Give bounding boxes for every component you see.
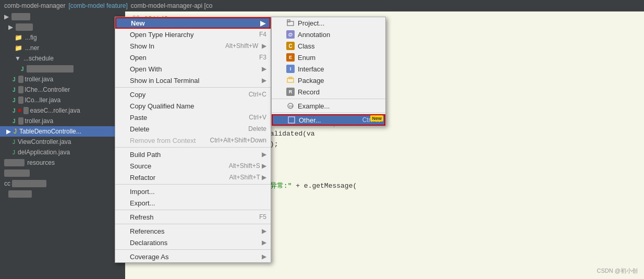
tree-item-src[interactable]: ▶ src/ma [0, 11, 125, 22]
shortcut: ▶ [262, 253, 266, 260]
enum-icon: E [286, 53, 295, 62]
menu-item-source[interactable]: Source Alt+Shift+S ▶ [115, 160, 271, 172]
shortcut: Delete [248, 125, 266, 132]
menu-item-export[interactable]: Export... [115, 197, 271, 209]
shortcut: Alt+Shift+T ▶ [229, 174, 266, 181]
annotation-icon: @ [286, 30, 295, 39]
submenu-label: Class [298, 42, 315, 50]
submenu-item-example[interactable]: ex Example... [272, 100, 385, 112]
menu-item-show-terminal[interactable]: Show in Local Terminal ▶ [115, 75, 271, 86]
tree-item-model[interactable]: ▶ ...odel [0, 22, 125, 32]
shortcut: Alt+Shift+W ▶ [225, 42, 266, 50]
tree-item-ctrl2[interactable]: J ... lChe...Controller [0, 84, 125, 95]
project-name: comb-model-manager [4, 2, 65, 9]
menu-label: Coverage As [130, 253, 168, 261]
tree-item-elcheck[interactable]: J ...elCheckSche... [0, 64, 125, 74]
submenu-sep1 [272, 99, 385, 99]
new-badge: New [370, 115, 383, 122]
tree-item-ctrl4[interactable]: J ✖ ... easeC...roller.java [0, 105, 125, 116]
menu-label: Open [130, 54, 147, 62]
package-icon [286, 76, 295, 84]
menu-item-open[interactable]: Open F3 [115, 52, 271, 63]
submenu-label: Annotation [298, 31, 330, 39]
tree-item-ctrl5[interactable]: J ... troller.java [0, 116, 125, 126]
menu-label: Open With [130, 65, 162, 73]
menu-sep1 [115, 87, 271, 88]
submenu-item-class[interactable]: C Class [272, 40, 385, 52]
menu-label: Delete [130, 125, 150, 133]
shortcut: Ctrl+C [249, 91, 266, 98]
menu-label: Remove from Context [130, 137, 196, 144]
menu-item-show-in[interactable]: Show In Alt+Shift+W ▶ [115, 40, 271, 52]
svg-rect-6 [288, 117, 295, 123]
tree-item-fig[interactable]: 📁 ...fig [0, 32, 125, 43]
context-menu: New ▶ Open Type Hierarchy F4 Show In Alt… [115, 17, 271, 263]
shortcut: ▶ [262, 151, 266, 158]
menu-sep4 [115, 210, 271, 210]
tree-item-ctrl1[interactable]: J ... troller.java [0, 74, 125, 84]
shortcut: ▶ [262, 65, 266, 72]
shortcut: ▶ [262, 77, 266, 84]
menu-label: Paste [130, 114, 147, 122]
menu-label: Open Type Hierarchy [130, 31, 194, 39]
menu-label: Source [130, 162, 151, 170]
svg-rect-1 [287, 20, 290, 22]
class-icon: C [286, 42, 295, 50]
menu-item-paste[interactable]: Paste Ctrl+V [115, 112, 271, 123]
file-tree: ▶ src/ma ▶ ...odel 📁 ...fig 📁 ...ner ▼ .… [0, 11, 125, 279]
menu-label: Declarations [130, 239, 167, 247]
menu-label: Show In [130, 42, 154, 50]
shortcut: F4 [259, 31, 266, 38]
tree-item-schedule[interactable]: ▼ ...schedule [0, 53, 125, 64]
menu-item-delete[interactable]: Delete Delete [115, 123, 271, 135]
menu-item-coverage[interactable]: Coverage As ▶ [115, 251, 271, 262]
shortcut: ▶ [262, 227, 266, 235]
tree-item-delapplication[interactable]: J delApplication.java [0, 147, 125, 157]
menu-item-open-type[interactable]: Open Type Hierarchy F4 [115, 29, 271, 40]
submenu-item-package[interactable]: Package [272, 75, 385, 86]
menu-item-declarations[interactable]: Declarations ▶ [115, 237, 271, 248]
menu-item-copy-qualified[interactable]: Copy Qualified Name [115, 100, 271, 112]
submenu-item-annotation[interactable]: @ Annotation [272, 29, 385, 40]
shortcut: Alt+Shift+S ▶ [229, 162, 266, 169]
tree-item-sche[interactable]: ...sche... [0, 189, 125, 199]
menu-item-new[interactable]: New ▶ [115, 17, 271, 29]
submenu-item-record[interactable]: R Record [272, 86, 385, 98]
tree-item-ner[interactable]: 📁 ...ner [0, 43, 125, 53]
tree-item-viewcontroller[interactable]: J ViewController.java [0, 137, 125, 147]
menu-label: Import... [130, 188, 155, 196]
tree-item-ctrl3[interactable]: J ... lCo...ller.java [0, 95, 125, 105]
menu-label: Refactor [130, 174, 155, 181]
submenu-item-enum[interactable]: E Enum [272, 52, 385, 63]
tree-item-src-java[interactable]: sr...t/...va [0, 168, 125, 178]
menu-label: Show in Local Terminal [130, 77, 199, 84]
submenu-sep2 [272, 113, 385, 113]
menu-label: Build Path [130, 151, 161, 159]
menu-item-open-with[interactable]: Open With ▶ [115, 63, 271, 75]
menu-item-remove-context[interactable]: Remove from Context Ctrl+Alt+Shift+Down [115, 135, 271, 146]
submenu-item-other[interactable]: Other... Ctrl+N New [272, 114, 385, 126]
menu-item-copy[interactable]: Copy Ctrl+C [115, 89, 271, 100]
top-bar: comb-model-manager [comb-model feature] … [0, 0, 644, 11]
menu-label: Copy Qualified Name [130, 102, 195, 110]
tree-item-tabledemo[interactable]: ▶ J TableDemoControlle... [0, 126, 125, 137]
tree-item-cc-model[interactable]: cc ...mb.model. [0, 178, 125, 189]
submenu-new: Project... @ Annotation C Class E Enum I… [271, 17, 386, 126]
interface-icon: I [286, 65, 295, 73]
submenu-label: Project... [298, 19, 324, 27]
submenu-item-interface[interactable]: I Interface [272, 63, 385, 75]
menu-item-build-path[interactable]: Build Path ▶ [115, 149, 271, 160]
menu-item-import[interactable]: Import... [115, 186, 271, 197]
branch-label: [comb-model feature] [68, 2, 127, 9]
shortcut: Ctrl+V [249, 114, 266, 121]
tree-item-src-resources[interactable]: src/m... resources [0, 157, 125, 168]
record-icon: R [286, 88, 295, 96]
menu-item-references[interactable]: References ▶ [115, 225, 271, 237]
submenu-label: Record [298, 88, 320, 96]
submenu-item-project[interactable]: Project... [272, 17, 385, 29]
menu-label: References [130, 227, 164, 235]
menu-item-refactor[interactable]: Refactor Alt+Shift+T ▶ [115, 172, 271, 183]
submenu-label: Enum [298, 54, 315, 62]
shortcut: Ctrl+Alt+Shift+Down [210, 137, 266, 144]
menu-item-refresh[interactable]: Refresh F5 [115, 211, 271, 223]
